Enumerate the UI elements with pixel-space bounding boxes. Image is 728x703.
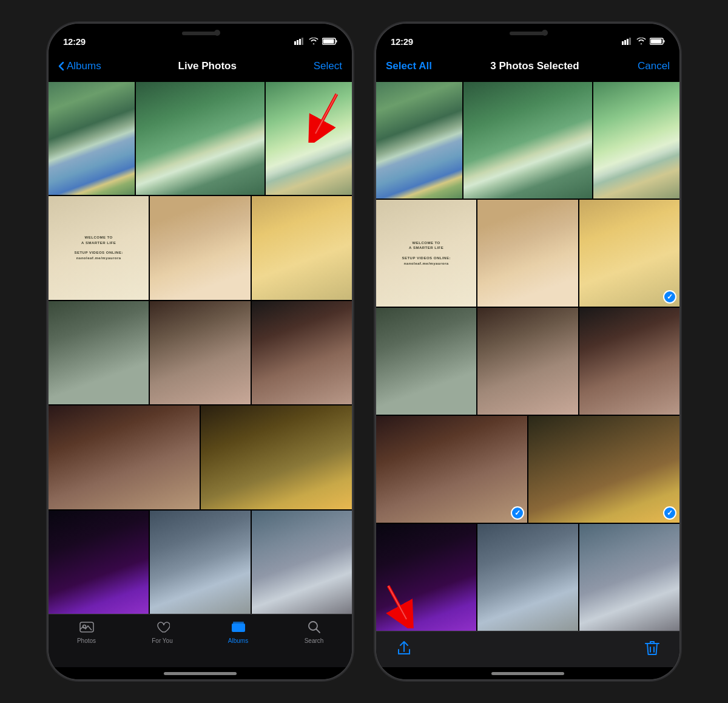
select-all-button[interactable]: Select All — [386, 60, 432, 72]
photo-5-1 — [49, 511, 149, 614]
home-bar-2 — [491, 672, 564, 675]
svg-rect-6 — [323, 39, 334, 44]
photo-cell-5-1[interactable] — [49, 511, 149, 614]
photo2-cell-3-1[interactable] — [376, 308, 476, 415]
back-label: Albums — [67, 60, 101, 72]
photo2-cell-1-1[interactable] — [376, 82, 462, 199]
photo-grid-1: WELCOME TOA SMARTER LIFESETUP VIDEOS ONL… — [49, 82, 352, 614]
photo2-1-1 — [376, 82, 462, 199]
photo-cell-3-1[interactable] — [49, 301, 149, 405]
front-camera-2 — [542, 30, 548, 36]
home-bar-1 — [164, 672, 237, 675]
tab-photos-label: Photos — [77, 637, 96, 644]
select-button[interactable]: Select — [314, 60, 342, 72]
screen-2: 12:29 Select All 3 Photos Selected Cance… — [376, 24, 679, 679]
svg-rect-1 — [297, 40, 298, 45]
svg-rect-5 — [336, 40, 337, 42]
photo-cell-3-3[interactable] — [252, 301, 352, 405]
photo2-cell-1-2[interactable] — [463, 82, 593, 199]
photo-3-2 — [150, 301, 250, 405]
photo2-cell-4-1[interactable] — [376, 416, 527, 523]
photo-cell-4-1[interactable] — [49, 406, 200, 509]
check-badge-2 — [511, 506, 524, 520]
photo2-cell-5-1[interactable] — [376, 524, 476, 631]
svg-rect-15 — [627, 39, 629, 45]
photo-1-3 — [266, 82, 352, 195]
photo2-3-2 — [477, 308, 578, 415]
svg-rect-0 — [294, 41, 296, 45]
notch — [155, 24, 246, 42]
tab-albums-label: Albums — [228, 637, 248, 644]
photo2-cell-5-2[interactable] — [477, 524, 578, 631]
photo-2-1: WELCOME TOA SMARTER LIFESETUP VIDEOS ONL… — [49, 196, 149, 300]
tab-for-you[interactable]: For You — [124, 619, 200, 644]
photo-1-2 — [136, 82, 265, 195]
nav-bar-2: Select All 3 Photos Selected Cancel — [376, 50, 679, 82]
photo2-cell-3-2[interactable] — [477, 308, 578, 415]
photo2-cell-4-2[interactable] — [528, 416, 679, 523]
photo-cell-2-1[interactable]: WELCOME TOA SMARTER LIFESETUP VIDEOS ONL… — [49, 196, 149, 300]
photo2-4-1 — [376, 416, 527, 523]
battery-icon-2 — [650, 38, 665, 47]
share-button[interactable] — [396, 640, 413, 659]
photo2-cell-3-3[interactable] — [579, 308, 679, 415]
photo2-cell-1-3[interactable] — [593, 82, 679, 199]
status-icons-2 — [622, 38, 665, 47]
photo2-3-3 — [579, 308, 679, 415]
back-button[interactable]: Albums — [58, 60, 101, 72]
photo2-cell-2-3[interactable] — [579, 200, 679, 307]
grid-row-2-4 — [376, 416, 679, 523]
svg-rect-10 — [232, 623, 245, 632]
photo2-cell-5-3[interactable] — [579, 524, 679, 631]
tab-photos[interactable]: Photos — [49, 619, 124, 644]
grid-row-5 — [49, 511, 352, 614]
grid-row-2-5 — [376, 524, 679, 631]
tab-albums[interactable]: Albums — [200, 619, 276, 644]
photo2-5-1 — [376, 524, 476, 631]
grid-row-1 — [49, 82, 352, 195]
check-badge-3 — [663, 506, 676, 520]
tab-search[interactable]: Search — [276, 619, 352, 644]
grid-row-2-1 — [376, 82, 679, 199]
screen-1: 12:29 Albums Live Photos Select — [49, 24, 352, 679]
home-indicator-1 — [49, 667, 352, 679]
delete-button[interactable] — [644, 640, 660, 659]
photo2-2-1: WELCOME TOA SMARTER LIFESETUP VIDEOS ONL… — [376, 200, 476, 307]
cancel-button[interactable]: Cancel — [638, 60, 670, 72]
notch-2 — [482, 24, 573, 42]
search-icon — [306, 619, 322, 635]
photo2-1-3 — [593, 82, 679, 199]
photo-cell-2-3[interactable] — [252, 196, 352, 300]
photo-3-3 — [252, 301, 352, 405]
photo-cell-3-2[interactable] — [150, 301, 250, 405]
photo-cell-1-1[interactable] — [49, 82, 135, 195]
photos-icon — [79, 619, 95, 635]
photo-4-1 — [49, 406, 200, 509]
photo2-cell-2-1[interactable]: WELCOME TOA SMARTER LIFESETUP VIDEOS ONL… — [376, 200, 476, 307]
grid-row-4 — [49, 406, 352, 509]
photo-1-1 — [49, 82, 135, 195]
battery-icon-1 — [322, 38, 337, 47]
photo-cell-1-3[interactable] — [266, 82, 352, 195]
photo-cell-5-2[interactable] — [150, 511, 250, 614]
photo-cell-1-2[interactable] — [136, 82, 265, 195]
wifi-icon-2 — [636, 38, 646, 47]
card-text-2: WELCOME TOA SMARTER LIFESETUP VIDEOS ONL… — [402, 240, 451, 266]
photo-cell-5-3[interactable] — [252, 511, 352, 614]
card-text: WELCOME TOA SMARTER LIFESETUP VIDEOS ONL… — [74, 235, 123, 260]
tab-bar-1: Photos For You Albums — [49, 614, 352, 667]
photo-4-2 — [201, 406, 352, 509]
status-icons-1 — [294, 38, 337, 47]
photo-grid-2: WELCOME TOA SMARTER LIFESETUP VIDEOS ONL… — [376, 82, 679, 631]
photo2-2-2 — [477, 200, 578, 307]
grid-row-2-3 — [376, 308, 679, 415]
photo-cell-2-2[interactable] — [150, 196, 250, 300]
svg-rect-18 — [664, 40, 665, 42]
front-camera — [214, 30, 220, 36]
phone-1: 12:29 Albums Live Photos Select — [49, 24, 352, 679]
photo-cell-4-2[interactable] — [201, 406, 352, 509]
svg-rect-2 — [299, 39, 301, 45]
nav-title-2: 3 Photos Selected — [490, 60, 579, 72]
signal-icon-1 — [294, 38, 305, 47]
photo2-cell-2-2[interactable] — [477, 200, 578, 307]
